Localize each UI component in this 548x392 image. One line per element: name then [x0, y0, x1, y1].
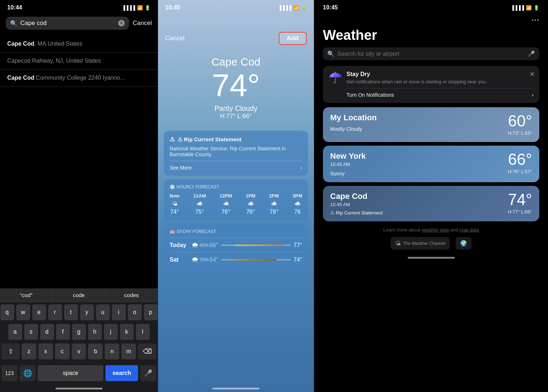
city-hl: H:76° L:57° — [508, 169, 532, 174]
result-item[interactable]: Cape Cod, MA United States — [0, 36, 158, 53]
see-more-row: See More › — [170, 161, 302, 171]
chevron-right-notif-icon: › — [532, 92, 534, 98]
key-g[interactable]: g — [72, 324, 86, 340]
weather-add-button[interactable]: Add — [279, 32, 307, 45]
search-key[interactable]: search — [105, 365, 138, 381]
key-c[interactable]: c — [55, 343, 70, 359]
hourly-col: 1PM ☁️ 76° — [246, 193, 256, 215]
key-o[interactable]: o — [128, 304, 142, 320]
key-j[interactable]: j — [104, 324, 118, 340]
more-options-button[interactable]: ⋯ — [531, 15, 539, 25]
space-key[interactable]: space — [38, 365, 103, 381]
weather-top-bar: Cancel Add — [158, 14, 314, 49]
city-time: 10:45 AM — [330, 162, 366, 167]
city-time: 10:45 AM — [330, 202, 383, 207]
weather-cards: ⚠ ⚠ Rip Current Statement National Weath… — [158, 127, 314, 275]
status-bar-p2: 10:45 ▐▐▐▐ 📶 🔋 — [158, 0, 314, 14]
key-r[interactable]: r — [48, 304, 62, 320]
search-input-wrap[interactable]: 🔍 ✕ — [6, 17, 129, 30]
key-u[interactable]: u — [96, 304, 110, 320]
weather-hl: H:77° L:66° — [158, 113, 314, 120]
result-text: Capecod Rahway, NJ, United States — [7, 58, 101, 64]
mic-key[interactable]: 🎤 — [140, 365, 156, 381]
key-q[interactable]: q — [0, 304, 14, 320]
key-a[interactable]: a — [8, 324, 22, 340]
city-card-new-york[interactable]: New York 10:45 AM Sunny 66° H:76° L:57° — [323, 146, 539, 182]
clear-button[interactable]: ✕ — [118, 20, 125, 26]
status-bar-p1: 10:44 ▐▐▐▐ 📶 🔋 — [0, 0, 158, 14]
result-item[interactable]: Capecod Rahway, NJ, United States — [0, 53, 158, 70]
key-d[interactable]: d — [40, 324, 54, 340]
weather-channel-label: The Weather Channel — [403, 241, 445, 246]
hour-icon: ☁️ — [196, 201, 203, 207]
notification-action-row: Turn On Notifications › — [346, 88, 534, 98]
see-more-label[interactable]: See More — [170, 165, 192, 171]
key-z[interactable]: z — [22, 343, 36, 359]
weather-data-link[interactable]: weather data — [422, 227, 449, 233]
signal-icon-p2: ▐▐▐▐ — [278, 5, 291, 11]
day-high: 77° — [294, 242, 302, 249]
tenday-card: 📅 10-DAY FORECAST Today 🌧 40% 66° 77° Sa… — [164, 224, 308, 272]
day-bar-fill — [232, 259, 277, 260]
map-data-badge: 🌍 — [456, 237, 472, 250]
suggestions-row: "cod" code codes — [0, 288, 158, 302]
home-indicator-p2 — [158, 385, 314, 392]
key-123[interactable]: 123 — [1, 365, 17, 381]
hour-time: 2PM — [269, 193, 279, 199]
mic-icon-p3[interactable]: 🎤 — [528, 50, 535, 57]
key-p[interactable]: p — [144, 304, 158, 320]
notification-action-label[interactable]: Turn On Notifications — [346, 92, 394, 98]
suggestion-codes[interactable]: codes — [105, 288, 158, 302]
day-pct: 40% — [199, 242, 209, 248]
suggestion-cod[interactable]: "cod" — [0, 288, 53, 302]
map-data-link[interactable]: map data — [460, 227, 479, 233]
weather-list-panel: 10:45 ▐▐▐▐ 📶 🔋 ⋯ Weather 🔍 🎤 ☂️ Stay Dry… — [314, 0, 548, 392]
key-f[interactable]: f — [56, 324, 70, 340]
key-e[interactable]: e — [32, 304, 46, 320]
suggestion-code[interactable]: code — [53, 288, 105, 302]
notification-close-button[interactable]: ✕ — [530, 70, 535, 78]
home-bar-p3 — [408, 257, 455, 259]
key-k[interactable]: k — [120, 324, 134, 340]
weather-list-title: Weather — [314, 26, 548, 47]
key-n[interactable]: n — [105, 343, 119, 359]
umbrella-icon: ☂️ — [329, 71, 342, 84]
hourly-col: 11AM ☁️ 75° — [193, 193, 206, 215]
city-card-my-location[interactable]: My Location Mostly Cloudy 60° H:73° L:53… — [323, 107, 539, 142]
footer-text: Learn more about weather data and map da… — [383, 227, 479, 233]
result-item[interactable]: Cape Cod Community College 2240 Iyanno..… — [0, 70, 158, 87]
cancel-button-p1[interactable]: Cancel — [133, 20, 152, 27]
city-card-cape-cod[interactable]: Cape Cod 10:45 AM ⚠ Rip Current Statemen… — [323, 186, 539, 221]
wifi-icon-p2: 📶 — [293, 5, 299, 11]
key-v[interactable]: v — [72, 343, 86, 359]
delete-key[interactable]: ⌫ — [138, 343, 156, 359]
city-name: My Location — [330, 113, 377, 122]
city-desc: Sunny — [330, 171, 366, 176]
key-s[interactable]: s — [24, 324, 38, 340]
key-t[interactable]: t — [64, 304, 78, 320]
hourly-label: 🕐 HOURLY FORECAST — [170, 184, 302, 189]
notification-card: ☂️ Stay Dry Get notifications when rain … — [323, 66, 539, 103]
search-input[interactable] — [20, 20, 115, 27]
key-x[interactable]: x — [38, 343, 53, 359]
weather-main: Cape Cod 74° Partly Cloudy H:77° L:66° — [158, 49, 314, 127]
key-i[interactable]: i — [112, 304, 126, 320]
shift-key[interactable]: ⇧ — [1, 343, 20, 359]
emoji-key[interactable]: 🌐 — [20, 365, 36, 381]
key-b[interactable]: b — [88, 343, 103, 359]
key-w[interactable]: w — [16, 304, 30, 320]
p3-search-wrap[interactable]: 🔍 🎤 — [323, 47, 539, 60]
hourly-col: 3PM ☁️ 76 — [292, 193, 302, 215]
key-l[interactable]: l — [136, 324, 150, 340]
key-h[interactable]: h — [88, 324, 102, 340]
city-hl: H:77° L:66° — [508, 209, 532, 214]
weather-cancel-button[interactable]: Cancel — [165, 35, 184, 42]
hour-temp: 74° — [170, 209, 179, 215]
wifi-icon-p3: 📶 — [526, 5, 532, 11]
time-p1: 10:44 — [7, 4, 22, 11]
key-y[interactable]: y — [80, 304, 94, 320]
city-search-input[interactable] — [337, 51, 525, 57]
key-m[interactable]: m — [121, 343, 136, 359]
clock-icon: 🕐 — [170, 184, 175, 189]
city-warning: ⚠ Rip Current Statement — [330, 210, 383, 216]
